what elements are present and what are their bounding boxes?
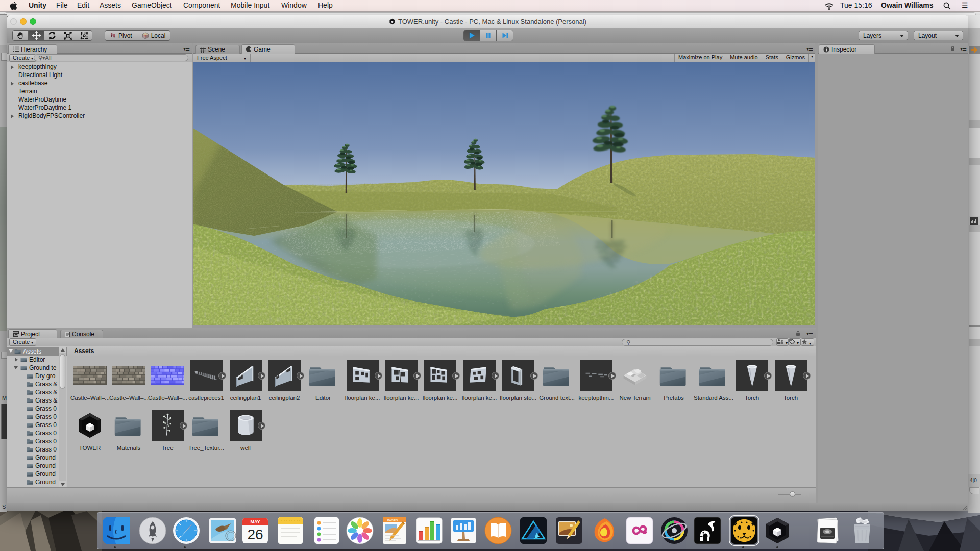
svg-text:MAY: MAY bbox=[250, 519, 260, 524]
svg-text:PAGES: PAGES bbox=[387, 519, 398, 522]
svg-text:26: 26 bbox=[247, 527, 263, 542]
